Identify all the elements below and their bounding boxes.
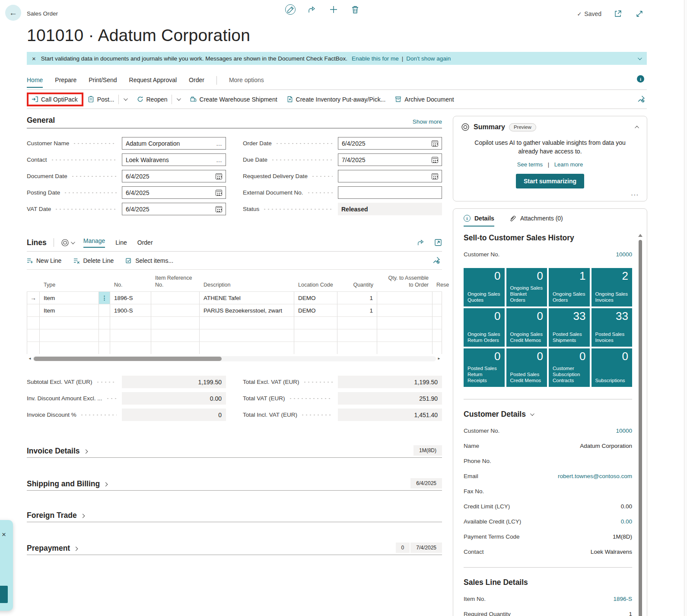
post-button[interactable]: Post... — [88, 96, 114, 103]
col-description[interactable]: Description — [200, 281, 294, 292]
lines-tab-manage[interactable]: Manage — [83, 237, 105, 248]
cd-available-credit-value[interactable]: 0.00 — [621, 518, 632, 525]
start-summarizing-button[interactable]: Start summarizing — [516, 174, 584, 188]
banner-enable-link[interactable]: Enable this for me — [352, 55, 399, 62]
page-scrollbar[interactable] — [684, 0, 687, 616]
lookup-ellipsis-icon[interactable] — [216, 156, 222, 163]
copilot-chevron-icon[interactable] — [71, 240, 75, 244]
table-row-empty[interactable] — [27, 342, 442, 354]
table-row[interactable]: Item 1896-S ATHENE Tafel DEMO 1 — [27, 291, 442, 304]
banner-chevron-down-icon[interactable] — [638, 56, 642, 60]
calendar-icon[interactable] — [432, 140, 438, 147]
tab-order[interactable]: Order — [189, 77, 204, 88]
tab-home[interactable]: Home — [27, 77, 43, 88]
lines-tab-line[interactable]: Line — [115, 239, 127, 246]
shipping-billing-section[interactable]: Shipping and Billing 6/4/2025 — [27, 478, 442, 491]
banner-dismiss-link[interactable]: Don't show again — [406, 55, 451, 62]
contact-field[interactable]: Loek Walravens — [122, 153, 226, 166]
expand-button[interactable] — [634, 9, 645, 19]
summary-more-icon[interactable]: ... — [461, 189, 639, 197]
customer-no-link[interactable]: 10000 — [616, 251, 632, 258]
tile-ongoing-sales-quotes[interactable]: 0Ongoing Sales Quotes — [464, 268, 505, 306]
cd-customer-no-value[interactable]: 10000 — [616, 428, 632, 434]
tile-posted-sales-shipments[interactable]: 33Posted Sales Shipments — [549, 308, 590, 347]
row-menu-icon[interactable] — [99, 292, 110, 304]
col-no[interactable]: No. — [110, 281, 151, 292]
scrollbar-thumb[interactable] — [34, 357, 222, 361]
order-date-field[interactable]: 6/4/2025 — [338, 137, 442, 150]
create-inventory-putaway-button[interactable]: Create Inventory Put-away/Pick... — [287, 96, 386, 103]
pin-icon[interactable] — [637, 95, 645, 103]
tip-close-icon[interactable] — [2, 530, 6, 539]
tab-request-approval[interactable]: Request Approval — [129, 77, 177, 88]
learn-more-link[interactable]: Learn more — [554, 161, 583, 168]
scrollbar-thumb[interactable] — [639, 240, 642, 616]
copilot-icon[interactable] — [61, 239, 69, 247]
info-icon[interactable] — [637, 75, 644, 83]
posting-date-field[interactable]: 6/4/2025 — [122, 186, 226, 199]
col-quantity[interactable]: Quantity — [337, 281, 377, 292]
calendar-icon[interactable] — [216, 173, 222, 179]
open-in-window-icon[interactable] — [434, 239, 442, 246]
foreign-trade-section[interactable]: Foreign Trade — [27, 511, 442, 522]
col-qty-to-assemble[interactable]: Qty. to Assembleto Order — [377, 274, 433, 291]
tile-posted-sales-return-receipts[interactable]: 0Posted Sales Return Receipts — [464, 348, 505, 387]
share-button[interactable] — [307, 4, 317, 15]
lookup-ellipsis-icon[interactable] — [216, 140, 222, 147]
tile-posted-sales-invoices[interactable]: 33Posted Sales Invoices — [592, 308, 633, 347]
tab-print-send[interactable]: Print/Send — [89, 77, 117, 88]
share-icon[interactable] — [417, 239, 425, 246]
tile-ongoing-sales-orders[interactable]: 1Ongoing Sales Orders — [549, 268, 590, 306]
factbox-scrollbar[interactable] — [638, 234, 643, 616]
post-chevron-icon[interactable] — [123, 96, 127, 101]
tip-action-button[interactable] — [0, 586, 8, 603]
delete-button[interactable] — [350, 4, 360, 15]
col-type[interactable]: Type — [40, 281, 99, 292]
tile-subscriptions[interactable]: 0Subscriptions — [592, 348, 633, 387]
sld-item-no-value[interactable]: 1896-S — [613, 596, 632, 602]
col-location-code[interactable]: Location Code — [294, 281, 337, 292]
tab-details[interactable]: Details — [464, 215, 494, 227]
banner-close-icon[interactable] — [32, 55, 36, 62]
reopen-chevron-icon[interactable] — [177, 96, 181, 101]
prepayment-section[interactable]: Prepayment 0 7/4/2025 — [27, 543, 442, 555]
new-line-button[interactable]: New Line — [27, 257, 61, 264]
due-date-field[interactable]: 7/4/2025 — [338, 153, 442, 166]
document-date-field[interactable]: 6/4/2025 — [122, 170, 226, 182]
open-in-new-window-button[interactable] — [613, 9, 623, 19]
tab-prepare[interactable]: Prepare — [55, 77, 76, 88]
reopen-button[interactable]: Reopen — [137, 96, 168, 103]
calendar-icon[interactable] — [216, 190, 222, 196]
col-reserved[interactable]: Rese — [433, 281, 442, 292]
calendar-icon[interactable] — [432, 173, 438, 179]
select-items-button[interactable]: Select items... — [126, 257, 173, 264]
invoice-details-section[interactable]: Invoice Details 1M(8D) — [27, 445, 442, 458]
tile-ongoing-sales-credit-memos[interactable]: 0Ongoing Sales Credit Memos — [506, 308, 547, 347]
delete-line-button[interactable]: Delete Line — [73, 257, 114, 264]
lines-tab-order[interactable]: Order — [137, 239, 153, 246]
table-row-empty[interactable] — [27, 316, 442, 329]
pin-icon[interactable] — [433, 256, 440, 264]
vat-date-field[interactable]: 6/4/2025 — [122, 203, 226, 215]
customer-name-field[interactable]: Adatum Corporation — [122, 137, 226, 150]
breadcrumb[interactable]: Sales Order — [27, 10, 58, 17]
see-terms-link[interactable]: See terms — [517, 161, 543, 168]
edit-button[interactable] — [285, 4, 296, 15]
tile-ongoing-sales-blanket-orders[interactable]: 0Ongoing Sales Blanket Orders — [506, 268, 547, 306]
call-optipack-button[interactable]: Call OptiPack — [32, 96, 78, 103]
show-more-link[interactable]: Show more — [413, 118, 442, 125]
archive-document-button[interactable]: Archive Document — [395, 96, 454, 103]
tab-attachments[interactable]: Attachments (0) — [509, 215, 563, 222]
create-warehouse-shipment-button[interactable]: Create Warehouse Shipment — [190, 96, 277, 103]
calendar-icon[interactable] — [432, 157, 438, 163]
scroll-up-icon[interactable] — [638, 234, 642, 237]
lines-horizontal-scrollbar[interactable]: ◄ ► — [27, 355, 442, 362]
tile-posted-sales-credit-memos[interactable]: 0Posted Sales Credit Memos — [506, 348, 547, 387]
external-document-no-field[interactable] — [338, 186, 442, 199]
calendar-icon[interactable] — [216, 206, 222, 212]
collapse-chevron-icon[interactable] — [635, 125, 639, 130]
back-button[interactable] — [5, 5, 21, 21]
scroll-left-icon[interactable]: ◄ — [27, 357, 33, 361]
scroll-right-icon[interactable]: ► — [436, 357, 442, 361]
tile-ongoing-sales-invoices[interactable]: 2Ongoing Sales Invoices — [592, 268, 633, 306]
